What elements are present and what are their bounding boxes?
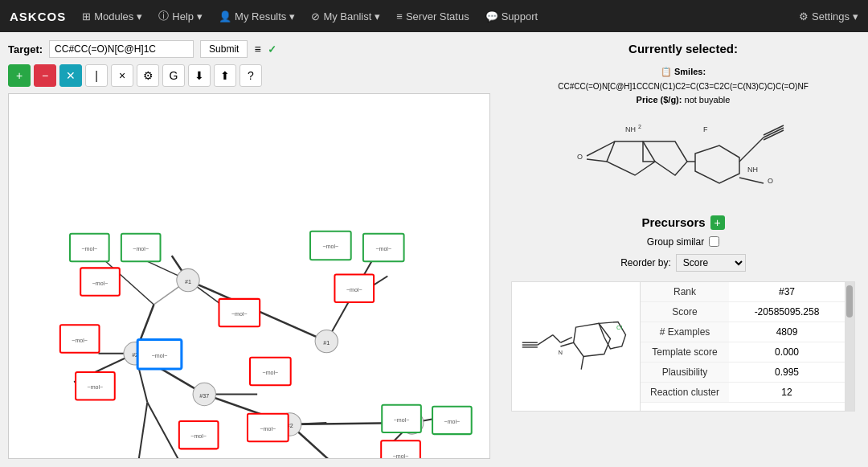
table-row: Plausibility0.995 (641, 362, 845, 382)
price-value: not buyable (685, 95, 731, 104)
download-button[interactable]: ⬇ (188, 64, 211, 87)
svg-line-16 (135, 403, 147, 458)
help-icon: ⓘ (158, 9, 169, 23)
svg-text:~mol~: ~mol~ (263, 370, 279, 376)
settings-button[interactable]: ⚙ (137, 64, 159, 87)
svg-text:~mol~: ~mol~ (133, 246, 149, 252)
table-cell-label: Score (641, 301, 729, 322)
main-content: Target: Submit ≡ ✓ + − ✕ | × ⚙ G ⬇ ⬆ ? (0, 32, 868, 467)
svg-text:~mol~: ~mol~ (231, 311, 248, 317)
canvas-area[interactable]: #1 #2 #37 #2 #1 #1 #38 ~mol~ (8, 93, 490, 459)
group-similar-checkbox[interactable] (709, 236, 719, 247)
svg-text:~mol~: ~mol~ (88, 384, 104, 391)
precursor-table: Rank#37Score-20585095.258# Examples4809T… (641, 282, 845, 411)
svg-line-84 (764, 125, 784, 135)
graph-svg: #1 #2 #37 #2 #1 #1 #38 ~mol~ (9, 94, 489, 458)
toolbar: + − ✕ | × ⚙ G ⬇ ⬆ ? (8, 64, 490, 87)
copy-icon: 📋 (661, 67, 672, 76)
svg-text:~mol~: ~mol~ (394, 417, 410, 424)
table-cell-value: 12 (729, 382, 845, 402)
target-label: Target: (8, 43, 43, 55)
table-cell-value: -20585095.258 (729, 301, 845, 322)
table-cell-label: Template score (641, 342, 729, 362)
chevron-down-icon: ▾ (197, 10, 203, 23)
svg-marker-88 (643, 141, 687, 175)
support-menu[interactable]: 💬 Support (485, 10, 538, 23)
scrollbar-track[interactable] (845, 282, 854, 411)
chevron-down-icon: ▾ (289, 10, 295, 23)
list-icon: ≡ (254, 43, 260, 55)
help-menu[interactable]: ⓘ Help ▾ (158, 9, 203, 23)
table-cell-value: 0.995 (729, 362, 845, 382)
settings-menu[interactable]: ⚙ Settings ▾ (799, 10, 858, 23)
user-icon: 👤 (219, 10, 231, 23)
svg-text:N: N (559, 348, 563, 355)
svg-line-93 (739, 137, 764, 162)
precursors-label: Precursors (641, 215, 705, 229)
svg-line-94 (739, 178, 764, 183)
g-button[interactable]: G (162, 64, 185, 87)
target-row: Target: Submit ≡ ✓ (8, 40, 490, 58)
svg-text:~mol~: ~mol~ (393, 453, 409, 458)
svg-text:O: O (577, 153, 583, 161)
server-icon: ≡ (396, 10, 403, 23)
svg-line-91 (587, 159, 607, 162)
reorder-row: Reorder by: Score Rank Plausibility (511, 254, 855, 272)
reorder-select[interactable]: Score Rank Plausibility (676, 254, 746, 272)
gear-icon: ⚙ (799, 10, 809, 23)
chevron-down-icon: ▾ (137, 10, 142, 23)
svg-text:NH: NH (625, 125, 636, 133)
table-cell-label: Plausibility (641, 362, 729, 382)
merge-button[interactable]: ✕ (59, 64, 82, 87)
svg-line-98 (538, 334, 553, 344)
navbar: ASKCOS ⊞ Modules ▾ ⓘ Help ▾ 👤 My Results… (0, 0, 868, 32)
table-row: Rank#37 (641, 282, 845, 302)
scrollbar-thumb[interactable] (846, 285, 853, 317)
smiles-value: CC#CC(=O)N[C@H]1CCCN(C1)C2=C(C3=C2C(=C(N… (558, 82, 809, 91)
modules-menu[interactable]: ⊞ Modules ▾ (82, 10, 142, 23)
right-panel: Currently selected: 📋 Smiles: CC#CC(=O)N… (498, 32, 868, 467)
submit-button[interactable]: Submit (200, 40, 248, 58)
grid-icon: ⊞ (82, 10, 91, 23)
molecule-image-area: NH 2 O F NH O (511, 117, 855, 206)
precursor-svg: N Cl (518, 290, 633, 403)
svg-line-105 (581, 356, 583, 369)
svg-text:O: O (768, 177, 773, 185)
close-button[interactable]: × (111, 64, 133, 87)
group-similar-label: Group similar (647, 236, 704, 248)
server-status-menu[interactable]: ≡ Server Status (396, 10, 469, 23)
svg-line-100 (560, 337, 571, 342)
svg-text:~mol~: ~mol~ (375, 246, 391, 252)
upload-button[interactable]: ⬆ (214, 64, 236, 87)
chevron-down-icon: ▾ (853, 10, 858, 23)
svg-text:~mol~: ~mol~ (72, 338, 88, 344)
svg-text:~mol~: ~mol~ (323, 244, 339, 250)
svg-marker-102 (574, 323, 611, 356)
separator-button[interactable]: | (85, 64, 108, 87)
svg-marker-89 (695, 145, 739, 183)
svg-text:F: F (703, 125, 708, 133)
ban-icon: ⊘ (311, 10, 320, 23)
svg-text:Cl: Cl (616, 324, 622, 331)
molecule-svg: NH 2 O F NH O (571, 117, 796, 206)
svg-text:~mol~: ~mol~ (346, 287, 362, 293)
table-row: Score-20585095.258 (641, 301, 845, 322)
help-button[interactable]: ? (240, 64, 262, 87)
remove-button[interactable]: − (34, 64, 56, 87)
check-icon: ✓ (268, 43, 276, 55)
add-button[interactable]: + (8, 64, 31, 87)
svg-text:#1: #1 (185, 279, 191, 285)
table-cell-label: # Examples (641, 322, 729, 342)
precursors-add-button[interactable]: + (710, 215, 725, 230)
svg-text:~mol~: ~mol~ (81, 246, 97, 252)
my-results-menu[interactable]: 👤 My Results ▾ (219, 10, 295, 23)
target-input[interactable] (49, 40, 194, 58)
my-banlist-menu[interactable]: ⊘ My Banlist ▾ (311, 10, 380, 23)
table-cell-label: Reaction cluster (641, 382, 729, 402)
selected-title: Currently selected: (511, 42, 855, 55)
brand-logo: ASKCOS (10, 10, 66, 23)
table-row: Template score0.000 (641, 342, 845, 362)
svg-text:~mol~: ~mol~ (190, 433, 207, 440)
table-cell-value: #37 (729, 282, 845, 302)
smiles-label: Smiles: (674, 67, 706, 76)
